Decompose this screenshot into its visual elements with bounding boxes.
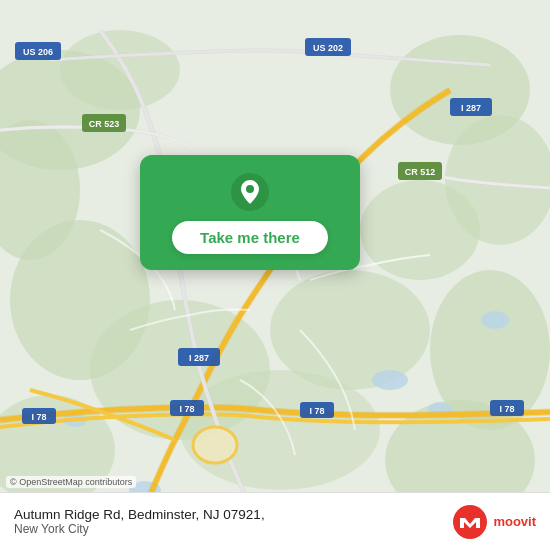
svg-text:I 78: I 78	[31, 412, 46, 422]
svg-text:US 206: US 206	[23, 47, 53, 57]
map-svg: US 206 US 202 I 287 I 287 I 287 CR 523 C…	[0, 0, 550, 550]
svg-point-3	[60, 30, 180, 110]
moovit-logo: moovit	[452, 504, 536, 540]
city-name: New York City	[14, 522, 265, 536]
svg-point-43	[246, 185, 254, 193]
svg-point-44	[453, 505, 487, 539]
bottom-bar: Autumn Ridge Rd, Bedminster, NJ 07921, N…	[0, 492, 550, 550]
location-pin-icon	[231, 173, 269, 211]
street-address: Autumn Ridge Rd, Bedminster, NJ 07921,	[14, 507, 265, 522]
svg-point-19	[193, 427, 237, 463]
svg-point-14	[372, 370, 408, 390]
address-block: Autumn Ridge Rd, Bedminster, NJ 07921, N…	[14, 507, 265, 536]
svg-text:I 78: I 78	[309, 406, 324, 416]
svg-text:I 287: I 287	[461, 103, 481, 113]
osm-attribution: © OpenStreetMap contributors	[6, 476, 136, 488]
moovit-text: moovit	[493, 515, 536, 528]
svg-text:I 78: I 78	[499, 404, 514, 414]
svg-text:I 78: I 78	[179, 404, 194, 414]
svg-text:I 287: I 287	[189, 353, 209, 363]
svg-point-6	[360, 180, 480, 280]
svg-text:CR 512: CR 512	[405, 167, 436, 177]
moovit-icon	[452, 504, 488, 540]
svg-text:CR 523: CR 523	[89, 119, 120, 129]
popup-card: Take me there	[140, 155, 360, 270]
map-container: US 206 US 202 I 287 I 287 I 287 CR 523 C…	[0, 0, 550, 550]
take-me-there-button[interactable]: Take me there	[172, 221, 328, 254]
svg-point-16	[481, 311, 509, 329]
svg-text:US 202: US 202	[313, 43, 343, 53]
